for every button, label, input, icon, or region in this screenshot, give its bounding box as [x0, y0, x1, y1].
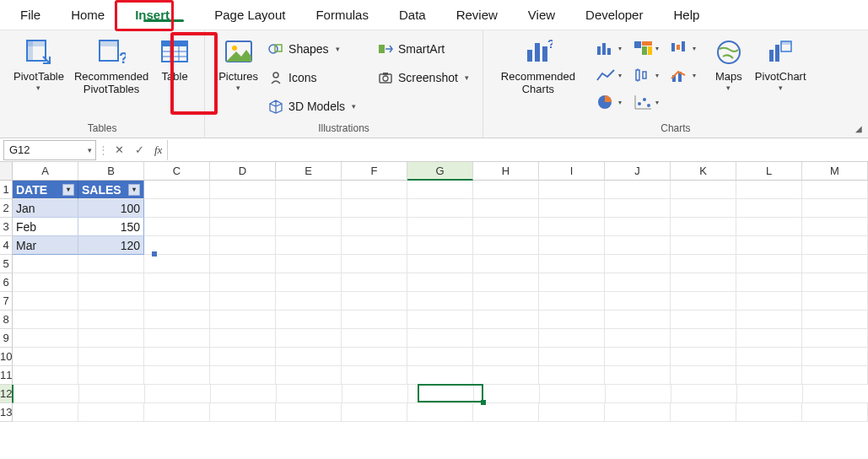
formula-input[interactable]: [167, 140, 868, 160]
cell[interactable]: [79, 385, 145, 403]
cell[interactable]: [211, 385, 277, 403]
cell[interactable]: [407, 236, 473, 255]
cell[interactable]: [473, 329, 539, 348]
cell[interactable]: [474, 385, 540, 403]
cell-a2[interactable]: Jan: [13, 199, 78, 218]
cell[interactable]: [736, 348, 802, 366]
worksheet-grid[interactable]: A B C D E F G H I J K L M 1 DATE ▾ SALES…: [0, 162, 868, 422]
cell[interactable]: [407, 310, 473, 329]
cell[interactable]: [407, 255, 473, 273]
cell[interactable]: [473, 255, 539, 273]
col-header-m[interactable]: M: [802, 162, 868, 181]
cell[interactable]: [671, 292, 736, 310]
shapes-button[interactable]: Shapes ▾: [263, 37, 361, 61]
cell[interactable]: [802, 236, 868, 255]
select-all-corner[interactable]: [0, 162, 13, 181]
cell[interactable]: [13, 403, 78, 422]
col-header-c[interactable]: C: [144, 162, 210, 181]
cell[interactable]: [736, 236, 802, 255]
smartart-button[interactable]: SmartArt: [373, 37, 474, 61]
row-header-10[interactable]: 10: [0, 348, 13, 366]
scatter-chart-button[interactable]: ▾: [628, 89, 664, 115]
cell[interactable]: [473, 218, 539, 236]
cell[interactable]: [539, 329, 605, 348]
col-header-f[interactable]: F: [342, 162, 407, 181]
col-header-j[interactable]: J: [605, 162, 671, 181]
cell[interactable]: [276, 292, 342, 310]
cell[interactable]: [802, 255, 868, 273]
cell[interactable]: [802, 348, 868, 366]
cell[interactable]: [671, 255, 736, 273]
cell[interactable]: [342, 218, 407, 236]
cell[interactable]: [78, 348, 144, 366]
cell[interactable]: [671, 385, 737, 403]
pivotchart-button[interactable]: PivotChart ▾: [750, 35, 811, 121]
cell[interactable]: [342, 181, 407, 199]
name-box[interactable]: G12 ▾: [3, 140, 96, 160]
col-header-l[interactable]: L: [736, 162, 802, 181]
cell[interactable]: [144, 236, 210, 255]
charts-dialog-launcher[interactable]: ◢: [853, 122, 865, 134]
cell[interactable]: [78, 292, 144, 310]
cell[interactable]: [13, 292, 78, 310]
cell[interactable]: [605, 329, 671, 348]
cell[interactable]: [276, 236, 342, 255]
tab-formulas[interactable]: Formulas: [300, 1, 384, 29]
cancel-formula-button[interactable]: ✕: [109, 140, 129, 160]
cell[interactable]: [539, 292, 605, 310]
cell[interactable]: [144, 366, 210, 385]
cell[interactable]: [407, 199, 473, 218]
cell[interactable]: [605, 310, 671, 329]
cell[interactable]: [671, 236, 736, 255]
cell[interactable]: [407, 329, 473, 348]
cell[interactable]: [736, 218, 802, 236]
cell[interactable]: [210, 255, 276, 273]
cell[interactable]: [13, 273, 78, 292]
cell[interactable]: [671, 310, 736, 329]
cell[interactable]: [210, 329, 276, 348]
cell[interactable]: [342, 403, 407, 422]
cell[interactable]: [13, 329, 78, 348]
combo-chart-button[interactable]: ▾: [666, 62, 701, 88]
cell[interactable]: [539, 310, 605, 329]
cell-a4[interactable]: Mar: [13, 236, 78, 255]
cell[interactable]: [473, 292, 539, 310]
cell[interactable]: [605, 236, 671, 255]
cell[interactable]: [210, 366, 276, 385]
cell[interactable]: [13, 366, 78, 385]
cell-b3[interactable]: 150: [78, 218, 144, 236]
cell[interactable]: [78, 273, 144, 292]
pictures-button[interactable]: Pictures ▾: [213, 35, 263, 121]
cell[interactable]: [145, 385, 211, 403]
cell[interactable]: [276, 310, 342, 329]
col-header-b[interactable]: B: [78, 162, 144, 181]
cell[interactable]: [407, 403, 473, 422]
cell[interactable]: [473, 199, 539, 218]
cell[interactable]: [802, 292, 868, 310]
cell[interactable]: [276, 181, 342, 199]
cell[interactable]: [144, 199, 210, 218]
cell[interactable]: [210, 218, 276, 236]
row-header-8[interactable]: 8: [0, 310, 13, 329]
col-header-a[interactable]: A: [13, 162, 78, 181]
cell[interactable]: [605, 273, 671, 292]
tab-developer[interactable]: Developer: [570, 1, 658, 29]
cell[interactable]: [802, 310, 868, 329]
cell[interactable]: [276, 255, 342, 273]
cell[interactable]: [276, 366, 342, 385]
tab-data[interactable]: Data: [384, 1, 441, 29]
filter-dropdown-icon[interactable]: ▾: [128, 184, 140, 196]
cell[interactable]: [144, 310, 210, 329]
cell-b2[interactable]: 100: [78, 199, 144, 218]
hierarchy-chart-button[interactable]: ▾: [628, 35, 664, 61]
cell[interactable]: [605, 199, 671, 218]
pivottable-button[interactable]: PivotTable ▾: [8, 35, 69, 121]
cell[interactable]: [539, 255, 605, 273]
col-header-e[interactable]: E: [276, 162, 342, 181]
tab-review[interactable]: Review: [441, 1, 513, 29]
cell[interactable]: [473, 181, 539, 199]
row-header-6[interactable]: 6: [0, 273, 13, 292]
cell[interactable]: [539, 236, 605, 255]
table-button[interactable]: Table: [154, 35, 196, 121]
cell[interactable]: [407, 366, 473, 385]
